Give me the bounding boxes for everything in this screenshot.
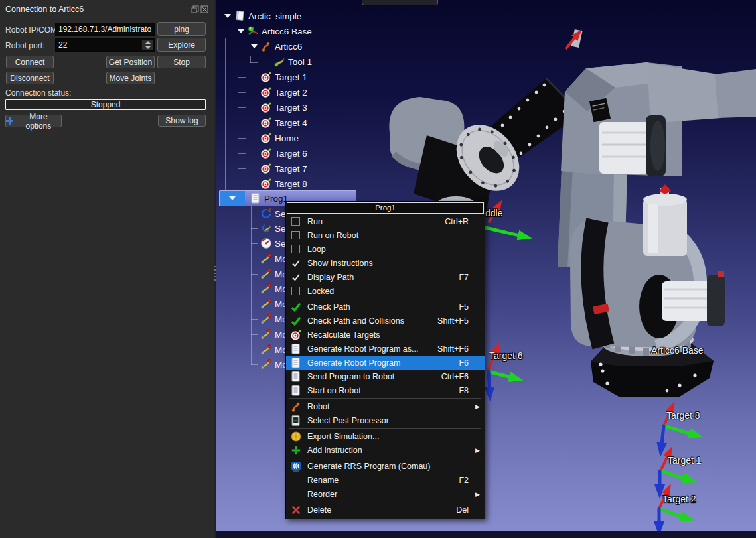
tree-item-mo[interactable]: Mo (249, 357, 287, 371)
menu-item-export-simulation[interactable]: Export Simulation... (286, 429, 485, 443)
checkbox-icon (288, 244, 304, 255)
expand-arrow-icon[interactable] (236, 29, 246, 33)
expand-arrow-icon[interactable] (220, 191, 245, 206)
tree-item-mo[interactable]: Mo (249, 267, 287, 281)
menu-item-recalculate-targets[interactable]: Recalculate Targets (286, 328, 485, 342)
menu-item-check-path[interactable]: Check Path F5 (286, 300, 485, 314)
none-icon (288, 489, 304, 500)
context-menu: Prog1 Run Ctrl+R Run on Robot Loop Show … (285, 201, 485, 519)
check-white-icon (288, 258, 304, 269)
tree-item-home[interactable]: Home (249, 131, 299, 145)
doc-icon (288, 385, 304, 397)
menu-item-delete[interactable]: Delete Del (286, 503, 485, 517)
more-options-button[interactable]: More options (5, 115, 62, 127)
tree-item-mo[interactable]: Mo (249, 251, 287, 266)
tree-item-articc6-base[interactable]: Articc6 Base (236, 24, 312, 38)
tree-item-arctic-simple[interactable]: Arctic_simple (222, 9, 301, 23)
menu-item-add-instruction[interactable]: Add instruction ▶ (286, 443, 485, 457)
target-icon (288, 329, 304, 341)
menu-item-shortcut: F2 (459, 476, 469, 485)
close-panel-icon[interactable] (200, 5, 208, 13)
menu-item-run-on-robot[interactable]: Run on Robot (286, 228, 485, 242)
tree-item-label: Target 8 (275, 179, 307, 189)
menu-item-generate-robot-program[interactable]: Generate Robot Program F6 (286, 356, 485, 370)
port-label: Robot port: (5, 41, 44, 50)
get-position-button[interactable]: Get Position (106, 56, 155, 68)
menu-item-send-program-to-robot[interactable]: Send Program to Robot Ctrl+F6 (286, 370, 485, 383)
float-panel-icon[interactable] (191, 5, 199, 13)
menu-item-start-on-robot[interactable]: Start on Robot F8 (286, 383, 485, 397)
tree-item-mo[interactable]: Mo (249, 281, 287, 296)
menu-item-label: Check Path (307, 303, 459, 312)
menu-item-locked[interactable]: Locked (286, 284, 485, 298)
menu-item-rename[interactable]: Rename F2 (286, 473, 485, 487)
robot-icon (288, 401, 304, 413)
tree-item-target-3[interactable]: Target 3 (249, 100, 307, 115)
menu-separator (289, 458, 481, 458)
menu-item-display-path[interactable]: Display Path F7 (286, 270, 485, 284)
menu-item-shortcut: Ctrl+F6 (441, 372, 469, 381)
tree-guide-line (238, 153, 246, 154)
tree-item-target-1[interactable]: Target 1 (249, 70, 307, 84)
menu-item-select-post-processor[interactable]: Select Post Processor (286, 413, 485, 427)
tree-item-target-7[interactable]: Target 7 (249, 161, 307, 176)
expand-arrow-icon[interactable] (249, 44, 260, 48)
tree-guide-line (238, 77, 246, 78)
menu-item-label: Robot (307, 402, 469, 411)
tree-item-target-2[interactable]: Target 2 (249, 85, 307, 100)
viewport-floor-strip (216, 531, 756, 538)
menu-item-shortcut: Shift+F6 (437, 344, 469, 354)
postproc-icon (288, 415, 304, 427)
menu-item-loop[interactable]: Loop (286, 242, 485, 256)
tree-item-target-4[interactable]: Target 4 (249, 115, 307, 130)
target-icon (260, 163, 273, 174)
tree-item-set[interactable]: Set (249, 206, 288, 221)
menu-item-generate-robot-program-as[interactable]: Generate Robot Program as... Shift+F6 (286, 342, 485, 356)
port-spinner[interactable] (141, 40, 153, 50)
ping-button[interactable]: ping (157, 22, 206, 36)
menu-item-label: Generate Robot Program (307, 358, 459, 368)
tree-item-mo[interactable]: Mo (249, 312, 287, 326)
move-icon (260, 253, 273, 265)
menu-item-label: Start on Robot (307, 386, 459, 395)
tree-item-mo[interactable]: Mo (249, 342, 287, 357)
show-log-button[interactable]: Show log (158, 115, 206, 127)
connect-button[interactable]: Connect (6, 56, 54, 68)
tree-item-label: Target 7 (275, 164, 307, 174)
tree-item-label: Articc6 Base (262, 27, 312, 36)
menu-item-show-instructions[interactable]: Show Instructions (286, 256, 485, 270)
stop-button[interactable]: Stop (157, 56, 206, 68)
ip-input[interactable] (55, 23, 155, 36)
3d-label-target-8: Target 8 (666, 410, 700, 421)
checkbox-icon (288, 216, 304, 227)
tree-guide-line (225, 38, 226, 198)
move-icon (260, 268, 273, 280)
tree-item-tool-1[interactable]: Tool 1 (262, 54, 312, 69)
none-icon (288, 475, 304, 486)
tree-item-target-6[interactable]: Target 6 (249, 146, 307, 161)
tree-item-set[interactable]: Set (249, 236, 288, 251)
menu-item-robot[interactable]: Robot ▶ (286, 399, 485, 413)
menu-item-reorder[interactable]: Reorder ▶ (286, 487, 485, 501)
disconnect-button[interactable]: Disconnect (6, 72, 54, 84)
port-input[interactable]: 22 (55, 38, 155, 52)
tree-item-mo[interactable]: Mo (249, 297, 287, 311)
tree-item-articc6[interactable]: Articc6 (249, 39, 302, 54)
tree-item-mo[interactable]: Mo (249, 327, 287, 342)
doc-icon (288, 343, 304, 355)
expand-arrow-icon[interactable] (222, 14, 233, 18)
tree-item-set[interactable]: Set (249, 221, 288, 235)
menu-item-label: Locked (307, 287, 469, 296)
menu-item-run[interactable]: Run Ctrl+R (286, 214, 485, 228)
menu-item-check-path-and-collisions[interactable]: Check Path and Collisions Shift+F5 (286, 314, 485, 328)
menu-item-label: Run (307, 217, 445, 226)
tree-item-label: Target 2 (275, 88, 307, 98)
tree-item-target-8[interactable]: Target 8 (249, 176, 307, 191)
move-joints-button[interactable]: Move Joints (106, 72, 155, 84)
explore-button[interactable]: Explore (157, 38, 206, 52)
menu-item-generate-rrs-program-comau[interactable]: Generate RRS Program (Comau) (286, 459, 485, 473)
menu-item-label: Export Simulation... (307, 432, 469, 441)
checkbox-icon (288, 230, 304, 241)
target-icon (260, 71, 273, 83)
tree-guide-line (238, 54, 238, 184)
